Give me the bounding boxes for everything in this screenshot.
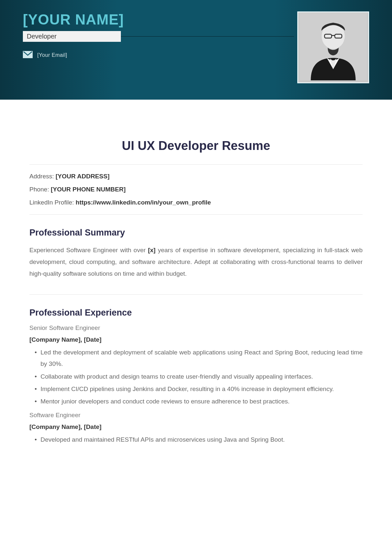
- bullet-list: Led the development and deployment of sc…: [29, 347, 363, 407]
- summary-pre: Experienced Software Engineer with over: [29, 247, 148, 253]
- divider: [29, 294, 363, 295]
- resume-body: UI UX Developer Resume Address: [YOUR AD…: [0, 100, 392, 459]
- divider: [29, 214, 363, 215]
- mail-icon: [23, 51, 33, 59]
- job-block: Senior Software Engineer [Company Name],…: [29, 324, 363, 407]
- list-item: Developed and maintained RESTful APIs an…: [36, 434, 363, 445]
- linkedin-row: LinkedIn Profile: https://www.linkedin.c…: [29, 199, 363, 206]
- list-item: Led the development and deployment of sc…: [36, 347, 363, 369]
- email-row: [Your Email]: [23, 51, 297, 59]
- email-label: [Your Email]: [37, 52, 67, 58]
- summary-body: Experienced Software Engineer with over …: [29, 244, 363, 280]
- document-title: UI UX Developer Resume: [29, 139, 363, 153]
- name-heading: [YOUR NAME]: [23, 11, 297, 28]
- divider: [29, 164, 363, 165]
- list-item: Implement CI/CD pipelines using Jenkins …: [36, 383, 363, 395]
- resume-header: [YOUR NAME] Developer [Your Email]: [0, 0, 392, 100]
- address-value: [YOUR ADDRESS]: [56, 173, 109, 180]
- role-label: Developer: [23, 31, 121, 42]
- summary-heading: Professional Summary: [29, 228, 363, 238]
- job-title: Senior Software Engineer: [29, 324, 363, 332]
- job-block: Software Engineer [Company Name], [Date]…: [29, 412, 363, 445]
- linkedin-value: https://www.linkedin.com/in/your_own_pro…: [76, 199, 211, 206]
- phone-label: Phone:: [29, 186, 51, 193]
- summary-years: [x]: [148, 247, 155, 253]
- experience-heading: Professional Experience: [29, 308, 363, 318]
- list-item: Collaborate with product and design team…: [36, 371, 363, 382]
- address-row: Address: [YOUR ADDRESS]: [29, 173, 363, 180]
- company-date: [Company Name], [Date]: [29, 336, 363, 343]
- profile-photo: [297, 11, 369, 83]
- divider-line: [121, 36, 294, 37]
- phone-row: Phone: [YOUR PHONE NUMBER]: [29, 186, 363, 193]
- company-date: [Company Name], [Date]: [29, 423, 363, 431]
- header-left: [YOUR NAME] Developer [Your Email]: [23, 11, 297, 59]
- bullet-list: Developed and maintained RESTful APIs an…: [29, 434, 363, 445]
- list-item: Mentor junior developers and conduct cod…: [36, 396, 363, 407]
- role-row: Developer: [23, 31, 297, 42]
- phone-value: [YOUR PHONE NUMBER]: [51, 186, 126, 193]
- address-label: Address:: [29, 173, 56, 180]
- linkedin-label: LinkedIn Profile:: [29, 199, 76, 206]
- job-title: Software Engineer: [29, 412, 363, 419]
